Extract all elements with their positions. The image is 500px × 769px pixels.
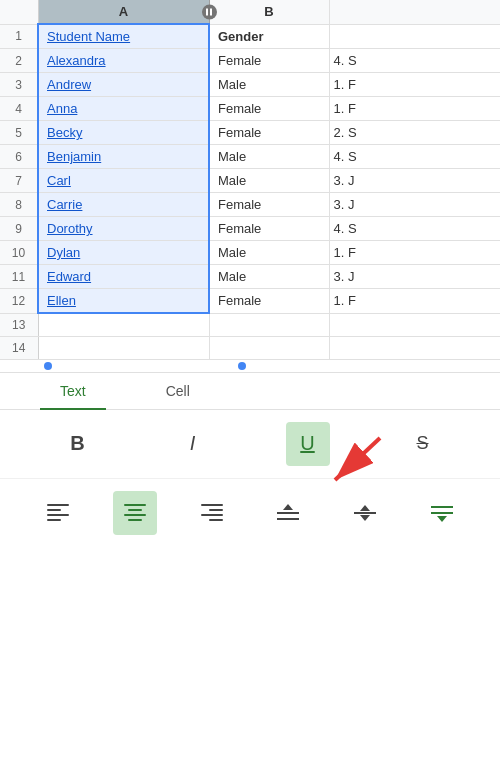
cell-a4[interactable]: Anna: [38, 97, 209, 121]
row-number: 1: [0, 24, 38, 49]
spreadsheet-container: A B 1 Student Name Gender: [0, 0, 500, 372]
column-header-row: A B: [0, 0, 500, 24]
alignment-buttons-row: [0, 479, 500, 547]
valign-top-icon: [277, 504, 299, 522]
cell-a5[interactable]: Becky: [38, 121, 209, 145]
row-number: 13: [0, 313, 38, 336]
table-row: 5 Becky Female 2. S: [0, 121, 500, 145]
cell-b1[interactable]: Gender: [209, 24, 329, 49]
align-left-button[interactable]: [36, 491, 80, 535]
bold-button[interactable]: B: [56, 422, 100, 466]
toolbar-tabs: Text Cell: [0, 373, 500, 410]
align-left-icon: [47, 504, 69, 521]
cell-b8[interactable]: Female: [209, 193, 329, 217]
selection-handle-left[interactable]: [44, 362, 52, 370]
tab-cell[interactable]: Cell: [126, 373, 230, 409]
row-number: 3: [0, 73, 38, 97]
cell-b13[interactable]: [209, 313, 329, 336]
valign-middle-icon: [354, 505, 376, 521]
cell-c11[interactable]: 3. J: [329, 265, 500, 289]
cell-b4[interactable]: Female: [209, 97, 329, 121]
row-number: 14: [0, 336, 38, 359]
table-row: 6 Benjamin Male 4. S: [0, 145, 500, 169]
valign-bottom-icon: [431, 504, 453, 522]
cell-c3[interactable]: 1. F: [329, 73, 500, 97]
cell-c14[interactable]: [329, 336, 500, 359]
cell-a7[interactable]: Carl: [38, 169, 209, 193]
align-right-button[interactable]: [190, 491, 234, 535]
align-right-icon: [201, 504, 223, 521]
row-number: 5: [0, 121, 38, 145]
valign-middle-button[interactable]: [343, 491, 387, 535]
cell-c1[interactable]: [329, 24, 500, 49]
cell-b2[interactable]: Female: [209, 49, 329, 73]
cell-b9[interactable]: Female: [209, 217, 329, 241]
column-b-header[interactable]: B: [209, 0, 329, 24]
tab-text[interactable]: Text: [20, 373, 126, 409]
cell-c5[interactable]: 2. S: [329, 121, 500, 145]
column-resize-handle[interactable]: [202, 4, 217, 19]
cell-b7[interactable]: Male: [209, 169, 329, 193]
strikethrough-button[interactable]: S: [401, 422, 445, 466]
row-number: 10: [0, 241, 38, 265]
cell-b3[interactable]: Male: [209, 73, 329, 97]
cell-a10[interactable]: Dylan: [38, 241, 209, 265]
cell-c9[interactable]: 4. S: [329, 217, 500, 241]
table-row: 1 Student Name Gender: [0, 24, 500, 49]
row-number: 2: [0, 49, 38, 73]
cell-b10[interactable]: Male: [209, 241, 329, 265]
cell-b12[interactable]: Female: [209, 289, 329, 314]
cell-a14[interactable]: [38, 336, 209, 359]
row-number: 11: [0, 265, 38, 289]
table-row: 14: [0, 336, 500, 359]
align-center-icon: [124, 504, 146, 521]
cell-c7[interactable]: 3. J: [329, 169, 500, 193]
cell-c13[interactable]: [329, 313, 500, 336]
table-row: 13: [0, 313, 500, 336]
valign-top-button[interactable]: [266, 491, 310, 535]
formatting-buttons-row: B I U S: [0, 410, 500, 479]
cell-a11[interactable]: Edward: [38, 265, 209, 289]
row-number: 12: [0, 289, 38, 314]
table-row: 12 Ellen Female 1. F: [0, 289, 500, 314]
table-row: 2 Alexandra Female 4. S: [0, 49, 500, 73]
cell-c6[interactable]: 4. S: [329, 145, 500, 169]
italic-button[interactable]: I: [171, 422, 215, 466]
table-row: 11 Edward Male 3. J: [0, 265, 500, 289]
cell-c12[interactable]: 1. F: [329, 289, 500, 314]
cell-a13[interactable]: [38, 313, 209, 336]
row-number: 6: [0, 145, 38, 169]
selection-handles: [0, 360, 500, 372]
valign-bottom-button[interactable]: [420, 491, 464, 535]
corner-cell: [0, 0, 38, 24]
cell-a9[interactable]: Dorothy: [38, 217, 209, 241]
cell-a2[interactable]: Alexandra: [38, 49, 209, 73]
selection-handle-right[interactable]: [238, 362, 246, 370]
cell-a6[interactable]: Benjamin: [38, 145, 209, 169]
table-row: 4 Anna Female 1. F: [0, 97, 500, 121]
cell-c8[interactable]: 3. J: [329, 193, 500, 217]
cell-c2[interactable]: 4. S: [329, 49, 500, 73]
cell-a12[interactable]: Ellen: [38, 289, 209, 314]
cell-c4[interactable]: 1. F: [329, 97, 500, 121]
table-row: 10 Dylan Male 1. F: [0, 241, 500, 265]
cell-c10[interactable]: 1. F: [329, 241, 500, 265]
table-row: 7 Carl Male 3. J: [0, 169, 500, 193]
toolbar: Text Cell B I U S: [0, 372, 500, 770]
table-row: 9 Dorothy Female 4. S: [0, 217, 500, 241]
cell-b5[interactable]: Female: [209, 121, 329, 145]
cell-a1[interactable]: Student Name: [38, 24, 209, 49]
cell-a8[interactable]: Carrie: [38, 193, 209, 217]
spreadsheet-table: A B 1 Student Name Gender: [0, 0, 500, 360]
row-number: 7: [0, 169, 38, 193]
align-center-button[interactable]: [113, 491, 157, 535]
column-a-header[interactable]: A: [38, 0, 209, 24]
underline-button[interactable]: U: [286, 422, 330, 466]
cell-a3[interactable]: Andrew: [38, 73, 209, 97]
table-row: 3 Andrew Male 1. F: [0, 73, 500, 97]
cell-b6[interactable]: Male: [209, 145, 329, 169]
cell-b11[interactable]: Male: [209, 265, 329, 289]
cell-b14[interactable]: [209, 336, 329, 359]
column-c-header[interactable]: [329, 0, 500, 24]
row-number: 9: [0, 217, 38, 241]
